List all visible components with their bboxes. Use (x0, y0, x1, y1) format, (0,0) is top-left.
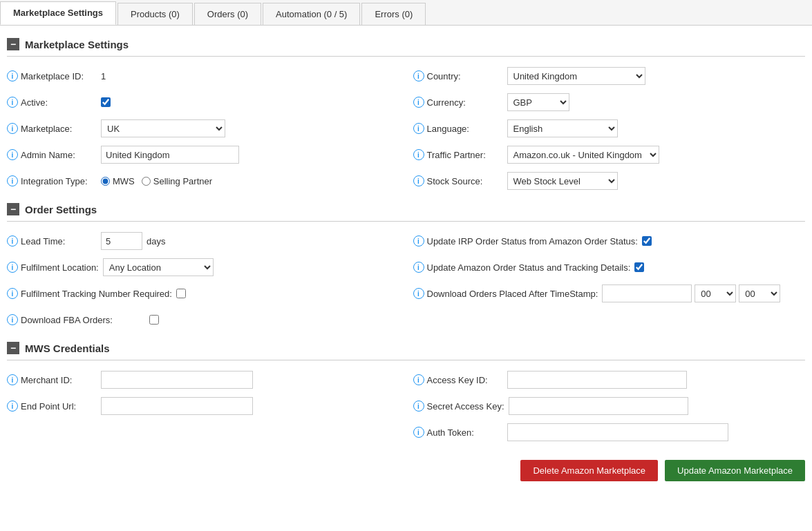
tab-products[interactable]: Products (0) (117, 3, 193, 25)
marketplace-id-value: 1 (101, 71, 106, 81)
admin-name-row: i Admin Name: (7, 145, 399, 164)
marketplace-form-grid: i Marketplace ID: 1 i Active: i Marketpl… (7, 66, 805, 191)
marketplace-id-info-icon[interactable]: i (7, 70, 18, 81)
traffic-partner-label: i Traffic Partner: (413, 149, 503, 160)
marketplace-settings-section: − Marketplace Settings i Marketplace ID:… (0, 32, 812, 191)
download-orders-row: i Download Orders Placed After TimeStamp… (413, 284, 806, 303)
integration-type-row: i Integration Type: MWS Selling Partner (7, 171, 399, 191)
collapse-mws-btn[interactable]: − (7, 342, 19, 354)
access-key-id-input[interactable] (507, 371, 687, 389)
download-orders-time-group: 00010203 04050607 08091011 12131415 1617… (602, 284, 780, 302)
traffic-partner-select[interactable]: Amazon.co.uk - United Kingdom Amazon.de … (507, 146, 659, 164)
update-amazon-label: i Update Amazon Order Status and Trackin… (413, 262, 631, 273)
currency-select[interactable]: GBP EUR USD (507, 93, 569, 111)
marketplace-id-row: i Marketplace ID: 1 (7, 66, 399, 86)
tab-errors[interactable]: Errors (0) (361, 3, 426, 25)
mws-credentials-title: MWS Credentials (25, 342, 110, 354)
download-orders-minute-select[interactable]: 00153045 (739, 284, 780, 302)
language-info-icon[interactable]: i (413, 123, 424, 134)
country-row: i Country: United Kingdom Germany France… (413, 66, 806, 86)
access-key-id-label: i Access Key ID: (413, 374, 503, 385)
country-select[interactable]: United Kingdom Germany France USA (507, 67, 645, 85)
language-select[interactable]: English German French (507, 119, 618, 137)
order-right-col: i Update IRP Order Status from Amazon Or… (413, 231, 806, 329)
lead-time-input[interactable] (101, 232, 142, 250)
stock-source-select[interactable]: Web Stock Level Available Stock (507, 172, 618, 190)
marketplace-info-icon[interactable]: i (7, 123, 18, 134)
country-info-icon[interactable]: i (413, 70, 424, 81)
auth-token-label: i Auth Token: (413, 427, 503, 438)
update-amazon-checkbox[interactable] (634, 262, 644, 272)
download-orders-label: i Download Orders Placed After TimeStamp… (413, 288, 598, 299)
lead-time-info-icon[interactable]: i (7, 235, 18, 247)
fulfillment-tracking-checkbox[interactable] (176, 289, 186, 298)
marketplace-left-col: i Marketplace ID: 1 i Active: i Marketpl… (7, 66, 399, 191)
download-fba-info-icon[interactable]: i (7, 314, 18, 325)
marketplace-row: i Marketplace: UK DE FR US (7, 119, 399, 138)
auth-token-input[interactable] (507, 423, 728, 441)
mws-credentials-header: − MWS Credentials (7, 336, 805, 360)
mws-radio-text: MWS (113, 176, 135, 186)
download-fba-checkbox[interactable] (149, 315, 159, 325)
country-label: i Country: (413, 70, 503, 81)
selling-partner-radio-label[interactable]: Selling Partner (142, 176, 212, 186)
secret-access-key-info-icon[interactable]: i (413, 400, 424, 412)
active-row: i Active: (7, 93, 399, 112)
mws-form-grid: i Merchant ID: i End Point Url: i Access… (7, 370, 805, 442)
tab-orders[interactable]: Orders (0) (194, 3, 261, 25)
update-marketplace-button[interactable]: Update Amazon Marketplace (665, 460, 805, 481)
secret-access-key-label: i Secret Access Key: (413, 400, 504, 412)
language-label: i Language: (413, 123, 503, 134)
download-orders-hour-select[interactable]: 00010203 04050607 08091011 12131415 1617… (695, 284, 736, 302)
stock-source-row: i Stock Source: Web Stock Level Availabl… (413, 171, 806, 191)
fulfillment-location-row: i Fulfilment Location: Any Location Ware… (7, 258, 399, 277)
active-info-icon[interactable]: i (7, 97, 18, 108)
fulfillment-location-select[interactable]: Any Location Warehouse 1 Warehouse 2 (103, 258, 214, 276)
marketplace-field-label: i Marketplace: (7, 123, 97, 134)
update-irp-label: i Update IRP Order Status from Amazon Or… (413, 235, 638, 247)
download-orders-info-icon[interactable]: i (413, 288, 424, 299)
download-fba-row: i Download FBA Orders: (7, 310, 399, 329)
admin-name-input[interactable] (101, 146, 239, 164)
marketplace-right-col: i Country: United Kingdom Germany France… (413, 66, 806, 191)
order-settings-title: Order Settings (25, 204, 97, 215)
update-irp-row: i Update IRP Order Status from Amazon Or… (413, 231, 806, 251)
active-checkbox[interactable] (101, 97, 111, 107)
mws-radio[interactable] (101, 177, 110, 186)
update-irp-info-icon[interactable]: i (413, 235, 424, 247)
download-orders-date-input[interactable] (602, 284, 692, 302)
selling-partner-radio-text: Selling Partner (153, 176, 212, 186)
merchant-id-input[interactable] (101, 371, 253, 389)
collapse-marketplace-btn[interactable]: − (7, 38, 19, 50)
marketplace-settings-header: − Marketplace Settings (7, 32, 805, 57)
delete-marketplace-button[interactable]: Delete Amazon Marketplace (520, 460, 658, 481)
currency-label: i Currency: (413, 97, 503, 108)
secret-access-key-input[interactable] (509, 397, 688, 415)
mws-right-col: i Access Key ID: i Secret Access Key: i … (413, 370, 806, 442)
end-point-url-input[interactable] (101, 397, 253, 415)
collapse-order-btn[interactable]: − (7, 203, 19, 215)
merchant-id-info-icon[interactable]: i (7, 374, 18, 385)
mws-radio-label[interactable]: MWS (101, 176, 135, 186)
currency-info-icon[interactable]: i (413, 97, 424, 108)
fulfillment-tracking-info-icon[interactable]: i (7, 288, 18, 299)
tab-marketplace-settings[interactable]: Marketplace Settings (0, 1, 116, 25)
tab-automation[interactable]: Automation (0 / 5) (263, 3, 360, 25)
integration-type-label: i Integration Type: (7, 175, 97, 186)
selling-partner-radio[interactable] (142, 177, 151, 186)
update-amazon-info-icon[interactable]: i (413, 262, 424, 273)
tab-bar: Marketplace Settings Products (0) Orders… (0, 0, 812, 26)
stock-source-info-icon[interactable]: i (413, 175, 424, 186)
lead-time-label: i Lead Time: (7, 235, 97, 247)
fulfillment-location-info-icon[interactable]: i (7, 262, 18, 273)
marketplace-select[interactable]: UK DE FR US (101, 119, 225, 137)
traffic-partner-info-icon[interactable]: i (413, 149, 424, 160)
mws-left-col: i Merchant ID: i End Point Url: (7, 370, 399, 442)
update-irp-checkbox[interactable] (642, 236, 652, 246)
stock-source-label: i Stock Source: (413, 175, 503, 186)
access-key-id-info-icon[interactable]: i (413, 374, 424, 385)
admin-name-info-icon[interactable]: i (7, 149, 18, 160)
auth-token-info-icon[interactable]: i (413, 427, 424, 438)
end-point-url-info-icon[interactable]: i (7, 400, 18, 412)
integration-type-info-icon[interactable]: i (7, 175, 18, 186)
